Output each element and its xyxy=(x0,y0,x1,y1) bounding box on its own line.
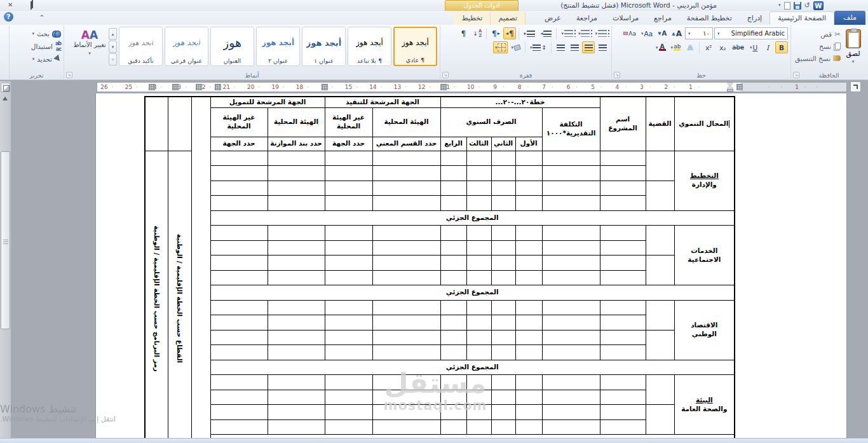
budget-data-cell[interactable] xyxy=(268,226,325,241)
dept-data-cell[interactable] xyxy=(372,226,440,241)
header-nonlocal-auth-exec-cell[interactable]: غير الهيئة المحلية xyxy=(325,107,372,137)
budget-data-cell[interactable] xyxy=(268,405,325,420)
format-painter-button[interactable]: نسخ التنسيق xyxy=(794,52,842,64)
dept-data-cell[interactable] xyxy=(372,270,440,285)
text-highlight-button[interactable]: ab▾ xyxy=(669,41,683,53)
entity-fund-data-cell[interactable] xyxy=(210,390,268,405)
q1-data-cell[interactable] xyxy=(515,226,542,241)
q4-data-cell[interactable] xyxy=(440,345,466,360)
project-data-cell[interactable] xyxy=(600,390,646,405)
line-spacing-button[interactable]: ↕▾ xyxy=(528,41,548,53)
tab-selector-button[interactable] xyxy=(850,81,861,92)
tab-mailings[interactable]: مراسلات xyxy=(605,12,646,25)
q1-data-cell[interactable] xyxy=(515,390,542,405)
replace-button[interactable]: abacاستبدال xyxy=(12,40,61,52)
budget-data-cell[interactable] xyxy=(268,270,325,285)
group-label-cell[interactable]: البيئةوالصحة العامة xyxy=(674,375,735,435)
header-fund-entity-cell[interactable]: الجهة المرشحة للتمويل xyxy=(210,97,325,107)
entity-fund-data-cell[interactable] xyxy=(210,375,268,390)
clear-formatting-button[interactable]: Aa xyxy=(621,27,638,39)
q2-data-cell[interactable] xyxy=(491,375,515,390)
q1-data-cell[interactable] xyxy=(515,315,542,331)
cost-data-cell[interactable] xyxy=(542,166,600,181)
cost-data-cell[interactable] xyxy=(542,405,600,420)
q4-data-cell[interactable] xyxy=(440,181,466,196)
align-left-button[interactable] xyxy=(568,41,581,53)
project-data-cell[interactable] xyxy=(600,375,646,390)
dept-data-cell[interactable] xyxy=(372,151,440,166)
tab-home[interactable]: الصفحة الرئيسية xyxy=(770,11,834,25)
sort-button[interactable]: AZ↓ xyxy=(471,27,484,39)
header-entity-fund-cell[interactable]: حدد الجهة xyxy=(210,137,268,151)
q2-data-cell[interactable] xyxy=(491,240,515,256)
collapse-ribbon-icon[interactable]: ^ xyxy=(39,14,44,20)
close-window-icon[interactable]: ✕ xyxy=(8,2,13,8)
entity-fund-data-cell[interactable] xyxy=(210,240,268,256)
entity-fund-data-cell[interactable] xyxy=(210,315,268,331)
entity-fund-data-cell[interactable] xyxy=(210,181,268,196)
project-data-cell[interactable] xyxy=(600,345,646,360)
q3-data-cell[interactable] xyxy=(466,390,491,405)
cost-data-cell[interactable] xyxy=(542,256,600,271)
subtotal-cell[interactable]: المجموع الجزئي xyxy=(210,285,735,301)
undo-icon[interactable]: ↺ xyxy=(804,1,810,10)
tab-file[interactable]: ملف xyxy=(834,11,865,25)
q4-data-cell[interactable] xyxy=(440,390,466,405)
q4-data-cell[interactable] xyxy=(440,270,466,285)
header-plan-cell[interactable]: خطة٢٠...-٢٠... xyxy=(440,97,600,107)
superscript-button[interactable]: x² xyxy=(702,41,715,53)
dept-data-cell[interactable] xyxy=(372,166,440,181)
q4-data-cell[interactable] xyxy=(440,240,466,256)
horizontal-ruler[interactable]: 26·25·24·23·22·21·20·19·18·16·15·14·13·1… xyxy=(0,80,868,94)
issue-data-cell[interactable] xyxy=(646,330,674,360)
entity-fund-data-cell[interactable] xyxy=(210,196,268,211)
group-label-cell[interactable]: الاقتصادالوطني xyxy=(674,300,735,360)
issue-data-cell[interactable] xyxy=(646,405,674,435)
subtotal-cell[interactable]: المجموع الجزئي xyxy=(210,360,735,375)
program-code-vertical-cell[interactable]: رمز البرنامج حسب الخطة الإقليمية / الوطن… xyxy=(145,151,168,443)
sector-header-cell[interactable] xyxy=(168,97,191,151)
center-button[interactable] xyxy=(582,41,595,53)
entity-fund-data-cell[interactable] xyxy=(210,270,268,285)
shrink-font-button[interactable]: A▼ xyxy=(656,27,668,39)
project-data-cell[interactable] xyxy=(600,300,646,315)
entity-fund-data-cell[interactable] xyxy=(210,330,268,345)
borders-button[interactable]: ▾ xyxy=(493,41,508,53)
cost-data-cell[interactable] xyxy=(542,240,600,256)
budget-data-cell[interactable] xyxy=(268,151,325,166)
q1-data-cell[interactable] xyxy=(515,240,542,256)
multilevel-list-button[interactable]: ▾ xyxy=(559,27,575,39)
q3-data-cell[interactable] xyxy=(466,375,491,390)
header-nonlocal-auth-fund-cell[interactable]: غير الهيئة المحلية xyxy=(210,107,268,137)
header-cost-cell[interactable]: التكلفةالتقديرية*١٠٠٠ xyxy=(542,107,600,151)
budget-data-cell[interactable] xyxy=(268,375,325,390)
cost-data-cell[interactable] xyxy=(542,226,600,241)
subscript-button[interactable]: x₂ xyxy=(716,41,729,53)
q3-data-cell[interactable] xyxy=(466,166,491,181)
entity-exec-data-cell[interactable] xyxy=(325,240,372,256)
show-hide-paragraph-button[interactable]: ¶ xyxy=(457,27,470,39)
qat-customize-icon[interactable]: ▾ xyxy=(778,1,781,10)
header-entity-exec-cell[interactable]: حدد الجهة xyxy=(325,137,372,151)
q2-data-cell[interactable] xyxy=(491,345,515,360)
entity-fund-data-cell[interactable] xyxy=(210,419,268,435)
q3-data-cell[interactable] xyxy=(466,315,491,331)
dept-data-cell[interactable] xyxy=(372,405,440,420)
entity-fund-data-cell[interactable] xyxy=(210,405,268,420)
q3-data-cell[interactable] xyxy=(466,270,491,285)
q3-data-cell[interactable] xyxy=(466,196,491,211)
font-family-combobox[interactable]: ▾Simplified Arabic xyxy=(714,27,788,39)
q1-data-cell[interactable] xyxy=(515,166,542,181)
entity-fund-data-cell[interactable] xyxy=(210,345,268,360)
sector-vertical-cell[interactable]: القطاع حسب الخطة الإقليمية / الوطنية xyxy=(168,151,191,443)
project-data-cell[interactable] xyxy=(600,330,646,345)
q3-data-cell[interactable] xyxy=(466,151,491,166)
budget-data-cell[interactable] xyxy=(268,181,325,196)
group-label-cell[interactable]: الخدماتالاجتماعية xyxy=(674,226,735,285)
decrease-indent-button[interactable]: ◂ xyxy=(538,27,553,39)
paragraph-dialog-launcher-icon[interactable]: ↘ xyxy=(442,72,449,78)
q2-data-cell[interactable] xyxy=(491,300,515,315)
ruler-table-column-marker[interactable] xyxy=(736,84,743,90)
q2-data-cell[interactable] xyxy=(491,330,515,345)
style-normal[interactable]: أبجد هوز¶ عادي xyxy=(393,27,437,66)
